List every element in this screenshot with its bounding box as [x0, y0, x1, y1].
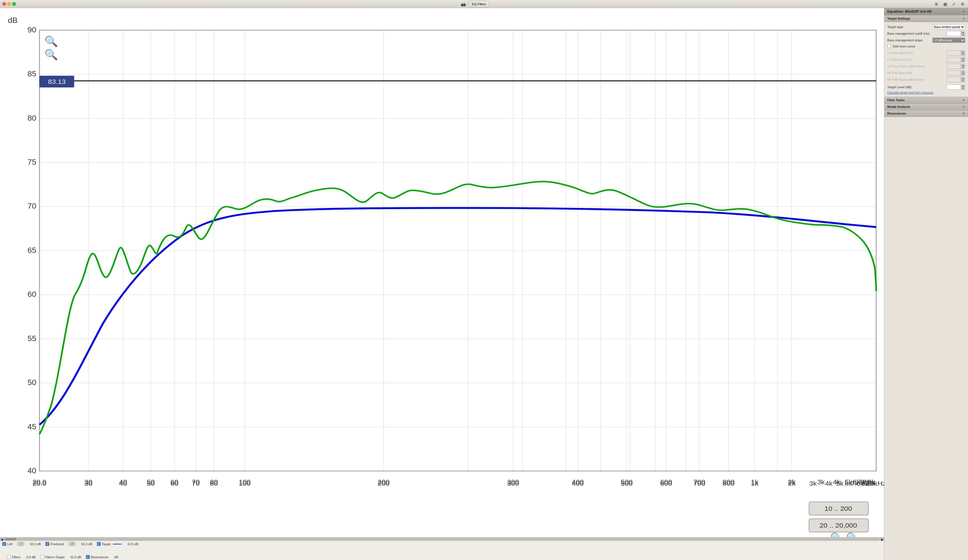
hf-fall-slope-down[interactable]: ▼	[961, 79, 965, 82]
target-level-spinbtns: ▲ ▼	[961, 84, 965, 90]
settings-icon[interactable]: ⚙	[959, 1, 966, 7]
svg-text:40: 40	[28, 467, 36, 475]
hf-fall-slope-label: HF Fall Slope (dB/octave):	[887, 78, 945, 81]
filter-tasks-header[interactable]: Filter Tasks ▼	[884, 97, 968, 104]
lf-rise-slope-up[interactable]: ▲	[961, 64, 965, 66]
svg-text:700: 700	[693, 480, 705, 487]
target-value: 42.5 dB	[128, 542, 138, 546]
target-level-up[interactable]: ▲	[961, 84, 965, 87]
svg-text:70: 70	[28, 202, 36, 210]
bass-cutoff-input[interactable]: 110	[946, 31, 961, 36]
filters-label: Filters	[12, 555, 21, 559]
close-button[interactable]	[2, 2, 6, 6]
bass-cutoff-spinner: 110 ▲ ▼	[946, 31, 965, 36]
lf-rise-slope-down[interactable]: ▼	[961, 66, 965, 69]
left-smooth-box[interactable]: 1/6	[17, 542, 24, 546]
resonances-header[interactable]: Resonances ▼	[884, 110, 968, 117]
bass-slope-select[interactable]: 12 dB/octave	[932, 38, 965, 43]
chart-container: 90 85 80 75 70 65 60 55 50 45 40 dB 20.0…	[0, 8, 884, 560]
target-level-input[interactable]: 72.1	[946, 84, 961, 90]
left-checkbox[interactable]: ✓	[2, 542, 6, 546]
target-settings-header[interactable]: Target Settings ▼	[884, 15, 968, 22]
maximize-button[interactable]	[12, 2, 16, 6]
svg-text:100: 100	[239, 480, 251, 487]
resonances-label: Resonances	[91, 555, 109, 559]
hf-fall-start-row: HF Fall Start (Hz): 1000 ▲ ▼	[887, 70, 965, 76]
target-settings-chevron: ▼	[962, 17, 965, 20]
equaliser-chevron[interactable]: ▼	[962, 10, 965, 13]
svg-text:30: 30	[85, 480, 92, 487]
minimize-button[interactable]	[7, 2, 11, 6]
equaliser-header: Equaliser: MiniDSP 2x4 HD ▼	[884, 8, 968, 15]
scroll-left-btn[interactable]: ◄	[1, 538, 3, 540]
lf-rise-slope-row: LF Rise Slope (dB/octave): 1.0 ▲ ▼	[887, 64, 965, 69]
left-value: 50.3 dB	[30, 542, 41, 546]
horizontal-scrollbar[interactable]: ◄ ►	[0, 537, 884, 541]
hf-fall-slope-input[interactable]: 0.5	[946, 77, 961, 82]
hf-fall-slope-up[interactable]: ▲	[961, 77, 965, 79]
hf-fall-start-up[interactable]: ▲	[961, 70, 965, 73]
svg-text:20 .. 20,000: 20 .. 20,000	[819, 522, 857, 529]
filter-tasks-chevron: ▼	[962, 99, 965, 102]
lf-rise-end-up[interactable]: ▲	[961, 57, 965, 59]
bass-slope-row: Bass management slope: 12 dB/octave	[887, 38, 965, 43]
lf-rise-slope-input[interactable]: 1.0	[946, 64, 961, 69]
scroll-right-btn[interactable]: ►	[880, 538, 883, 540]
resonances-checkbox[interactable]: ✓	[86, 555, 90, 559]
hf-fall-start-down[interactable]: ▼	[961, 73, 965, 76]
svg-text:85: 85	[28, 70, 36, 78]
svg-text:80: 80	[28, 114, 36, 122]
left-label: Left	[7, 542, 12, 546]
filters-checkbox[interactable]	[7, 555, 11, 559]
filters-target-label: Filters+Target	[45, 555, 65, 559]
display-icon[interactable]: 🖥	[933, 1, 940, 7]
titlebar-right: 🖥 ▦ ⤢ ⚙	[933, 1, 966, 7]
room-curve-checkbox[interactable]	[887, 44, 891, 48]
grid-icon[interactable]: ▦	[942, 1, 948, 7]
hf-fall-start-input[interactable]: 1000	[946, 70, 961, 76]
bass-cutoff-up[interactable]: ▲	[961, 31, 965, 33]
lf-rise-end-spinner: 20 ▲ ▼	[946, 57, 965, 62]
scrollbar-thumb[interactable]	[5, 538, 16, 540]
filters-target-checkbox[interactable]	[40, 555, 44, 559]
svg-text:4k: 4k	[825, 480, 832, 487]
hf-fall-slope-spinbtns: ▲ ▼	[961, 77, 965, 82]
predicted-checkbox[interactable]: ✓	[45, 542, 49, 546]
target-checkbox[interactable]: ✓	[97, 542, 101, 546]
frequency-chart: 90 85 80 75 70 65 60 55 50 45 40 dB 20.0…	[0, 8, 884, 537]
eq-filters-button[interactable]: EQ Filters	[469, 1, 489, 7]
expand-icon[interactable]: ⤢	[951, 1, 957, 7]
hf-fall-slope-row: HF Fall Slope (dB/octave): 0.5 ▲ ▼	[887, 77, 965, 82]
lf-rise-start-input[interactable]: 200	[946, 50, 961, 56]
calculate-target-link[interactable]: Calculate target level from response	[887, 91, 965, 94]
svg-text:75: 75	[28, 158, 36, 166]
target-level-down[interactable]: ▼	[961, 87, 965, 90]
camera-icon[interactable]: 📷	[460, 1, 466, 7]
target-settings-content: Target type: Bass limited speaker Bass m…	[884, 22, 968, 97]
lf-rise-start-up[interactable]: ▲	[961, 50, 965, 53]
target-type-select[interactable]: Bass limited speaker	[932, 24, 965, 30]
lf-rise-end-spinbtns: ▲ ▼	[961, 57, 965, 62]
chart-legend: ✓ Left 1/6 50.3 dB ✓ Predicted 1/6 50.3 …	[0, 541, 884, 560]
modal-analysis-header[interactable]: Modal Analysis ▼	[884, 104, 968, 110]
svg-text:10 .. 200: 10 .. 200	[824, 505, 852, 512]
chart-area[interactable]: 90 85 80 75 70 65 60 55 50 45 40 dB 20.0…	[0, 8, 884, 537]
scrollbar-track[interactable]	[5, 538, 879, 540]
resonances-value: dB	[114, 555, 118, 559]
lf-rise-end-input[interactable]: 20	[946, 57, 961, 62]
svg-text:3k: 3k	[817, 478, 825, 486]
svg-text:400: 400	[572, 480, 584, 487]
legend-filters: Filters	[7, 555, 21, 559]
lf-rise-end-row: LF Rise End (Hz): 20 ▲ ▼	[887, 57, 965, 62]
predicted-smooth-box[interactable]: 1/6	[69, 542, 76, 546]
titlebar: 📷 EQ Filters 🖥 ▦ ⤢ ⚙	[0, 0, 968, 8]
window-controls	[2, 2, 16, 6]
lf-rise-end-down[interactable]: ▼	[961, 59, 965, 62]
lf-rise-start-down[interactable]: ▼	[961, 53, 965, 56]
svg-text:600: 600	[660, 480, 672, 487]
legend-target: ✓ Target	[97, 542, 122, 546]
bass-cutoff-down[interactable]: ▼	[961, 33, 965, 36]
bass-slope-label: Bass management slope:	[887, 38, 931, 42]
hf-fall-start-spinbtns: ▲ ▼	[961, 70, 965, 76]
filter-tasks-title: Filter Tasks	[887, 98, 905, 102]
